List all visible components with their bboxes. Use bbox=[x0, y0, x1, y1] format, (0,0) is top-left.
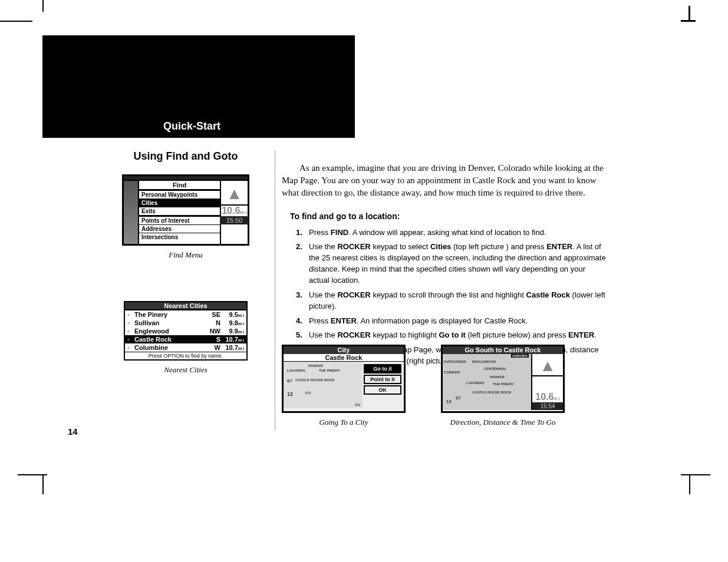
subhead: To find and go to a location: bbox=[290, 211, 606, 223]
find-item-highlighted: Cities bbox=[139, 199, 220, 207]
step-item: 1.Press FIND. A window will appear, aski… bbox=[296, 227, 606, 239]
nearest-row: ◦ColumbineW10.7m i bbox=[125, 343, 246, 352]
find-time: 15:50 bbox=[220, 216, 249, 224]
find-menu-caption: Find Menu bbox=[97, 250, 274, 260]
nav-map: AURORA ENGLEWOOD EVERGREEN CENTENNIAL CO… bbox=[443, 354, 531, 410]
step-item: 3.Use the ROCKER keypad to scroll throug… bbox=[296, 290, 606, 312]
nearest-footer: Press OPTION to find by name. bbox=[125, 352, 246, 359]
nav-time: 15:54 bbox=[532, 402, 563, 410]
direction-arrow-icon: ▲ bbox=[226, 186, 243, 202]
find-distance: 10.6m i bbox=[222, 206, 247, 216]
city-head: City bbox=[284, 346, 404, 354]
nearest-title: Nearest Cities bbox=[124, 301, 248, 309]
find-item: Exits bbox=[139, 207, 220, 215]
find-item: Intersections bbox=[139, 233, 220, 241]
header-black-band bbox=[42, 35, 355, 115]
step-item: 4.Press ENTER. An information page is di… bbox=[296, 316, 606, 327]
intro-paragraph: As an example, imagine that you are driv… bbox=[282, 162, 606, 199]
column-divider bbox=[275, 150, 275, 430]
nav-caption: Direction, Distance & Time To Go bbox=[441, 418, 565, 427]
city-map: PARKER LOUVIERS THE PINERY CASTLE ROCKE … bbox=[284, 362, 363, 408]
step-item: 5.Use the ROCKER keypad to highlight Go … bbox=[296, 330, 606, 341]
city-screenshot: City Castle Rock PARKER LOUVIERS THE PIN… bbox=[282, 345, 406, 427]
find-item: Addresses bbox=[139, 224, 220, 233]
nearest-cities-screenshot: Nearest Cities ◦The PinerySE9.5m i◦Sulli… bbox=[124, 301, 248, 361]
find-item: Points of Interest bbox=[139, 216, 220, 224]
nav-distance: 10.6m i bbox=[535, 392, 559, 402]
nearest-row: ◦The PinerySE9.5m i bbox=[125, 310, 246, 319]
section-title: Using Find and Goto bbox=[97, 150, 274, 163]
page-number: 14 bbox=[68, 427, 78, 437]
nearest-row: ◦Castle RockS10.7m i bbox=[125, 335, 246, 343]
city-caption: Going To a City bbox=[282, 418, 406, 427]
nearest-row: ◦SullivanN9.8m i bbox=[125, 319, 246, 327]
city-name: Castle Rock bbox=[284, 354, 404, 362]
header-tab: Quick-Start bbox=[42, 114, 355, 138]
find-item: Personal Waypoints bbox=[139, 190, 220, 199]
direction-arrow-icon: ▲ bbox=[539, 358, 556, 374]
nav-head: Go South to Castle Rock bbox=[443, 346, 563, 354]
point-to-it-button: Point to it bbox=[364, 375, 401, 384]
ok-button: OK bbox=[364, 385, 401, 395]
nearest-caption: Nearest Cities bbox=[97, 365, 274, 375]
find-title: Find bbox=[139, 181, 220, 190]
step-item: 2.Use the ROCKER keypad to select Cities… bbox=[296, 242, 606, 286]
nearest-row: ◦EnglewoodNW9.9m i bbox=[125, 327, 246, 335]
go-to-it-button: Go to it bbox=[364, 364, 401, 373]
nav-screenshot: Go South to Castle Rock AURORA ENGLEWOOD… bbox=[441, 345, 565, 427]
find-menu-screenshot: Find Personal Waypoints Cities Exits Poi… bbox=[122, 174, 249, 246]
